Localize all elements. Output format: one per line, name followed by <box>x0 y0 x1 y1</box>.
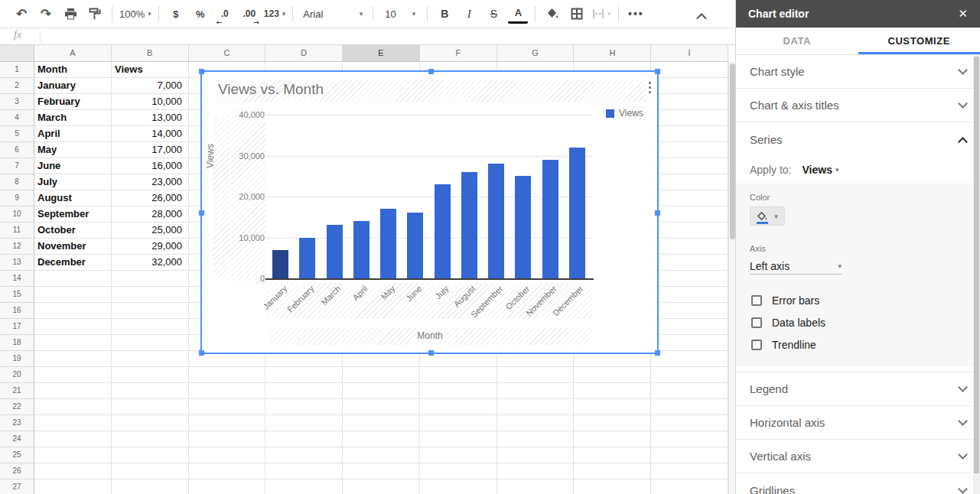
checkbox-trendline[interactable]: Trendline <box>750 339 966 351</box>
cell-B7[interactable]: 16,000 <box>111 158 185 174</box>
series-color-button[interactable]: ▾ <box>750 206 785 226</box>
selection-handle[interactable] <box>428 69 434 74</box>
selection-handle[interactable] <box>655 69 660 74</box>
scrollbar-thumb[interactable] <box>730 63 735 239</box>
increase-decimal-button[interactable]: .00→ <box>239 4 259 24</box>
number-format-button[interactable]: 123 ▾ <box>264 4 286 24</box>
selection-handle[interactable] <box>655 350 660 356</box>
row-header-16[interactable]: 16 <box>0 303 34 319</box>
cell-A3[interactable]: February <box>34 94 111 110</box>
checkbox-data-labels[interactable]: Data labels <box>750 317 966 329</box>
row-header-8[interactable]: 8 <box>0 174 34 190</box>
select-all-corner[interactable] <box>0 45 34 62</box>
row-header-7[interactable]: 7 <box>0 158 34 174</box>
row-header-15[interactable]: 15 <box>0 287 34 303</box>
row-header-23[interactable]: 23 <box>0 415 34 431</box>
cell-A10[interactable]: September <box>34 206 111 223</box>
section-chart-axis-titles[interactable]: Chart & axis titles <box>736 89 980 122</box>
chart-options-menu-icon[interactable] <box>644 77 655 97</box>
cell-B3[interactable]: 10,000 <box>111 94 185 110</box>
cell-B13[interactable]: 32,000 <box>111 255 185 271</box>
bar-June[interactable] <box>407 213 423 278</box>
cell-B10[interactable]: 28,000 <box>111 206 185 223</box>
row-header-26[interactable]: 26 <box>0 463 34 479</box>
selection-handle[interactable] <box>199 69 204 74</box>
cell-A12[interactable]: November <box>34 239 111 255</box>
embedded-chart[interactable]: Views vs. Month Views Views Month 010,00… <box>200 70 659 354</box>
cell-A1[interactable]: Month <box>34 62 111 78</box>
bar-November[interactable] <box>542 160 558 278</box>
cell-A4[interactable]: March <box>34 110 111 126</box>
column-header-F[interactable]: F <box>420 45 497 62</box>
merge-cells-icon[interactable]: ▾ <box>591 4 611 24</box>
section-vertical-axis[interactable]: Vertical axis <box>736 440 980 473</box>
borders-icon[interactable] <box>567 4 587 24</box>
row-header-27[interactable]: 27 <box>0 479 34 494</box>
checkbox-icon[interactable] <box>751 340 762 350</box>
row-header-4[interactable]: 4 <box>0 110 34 126</box>
row-header-25[interactable]: 25 <box>0 447 34 463</box>
cell-B2[interactable]: 7,000 <box>111 78 185 94</box>
decrease-decimal-button[interactable]: .0← <box>215 4 235 24</box>
section-horizontal-axis[interactable]: Horizontal axis <box>736 406 980 440</box>
bar-January[interactable] <box>272 250 288 278</box>
cell-A2[interactable]: January <box>34 78 111 94</box>
chart-legend[interactable]: Views <box>603 106 646 120</box>
column-header-C[interactable]: C <box>189 45 266 62</box>
row-header-6[interactable]: 6 <box>0 142 34 158</box>
row-header-5[interactable]: 5 <box>0 126 34 142</box>
section-chart-style[interactable]: Chart style <box>736 55 980 89</box>
section-legend[interactable]: Legend <box>736 372 980 406</box>
strikethrough-button[interactable]: S <box>483 4 503 24</box>
selection-handle[interactable] <box>655 210 660 216</box>
bar-May[interactable] <box>380 209 396 278</box>
selection-handle[interactable] <box>428 350 434 356</box>
tab-customize[interactable]: CUSTOMIZE <box>858 28 980 54</box>
row-header-13[interactable]: 13 <box>0 255 34 271</box>
formula-bar[interactable]: fx <box>0 28 735 45</box>
cell-B6[interactable]: 17,000 <box>111 142 185 158</box>
column-header-I[interactable]: I <box>651 45 728 62</box>
cell-A5[interactable]: April <box>34 126 111 142</box>
paint-format-icon[interactable] <box>85 4 105 24</box>
sheet-vertical-scrollbar[interactable] <box>728 62 735 494</box>
cell-A11[interactable]: October <box>34 223 111 239</box>
bold-button[interactable]: B <box>435 4 454 24</box>
tab-data[interactable]: DATA <box>736 28 858 54</box>
italic-button[interactable]: I <box>459 4 479 24</box>
cell-A8[interactable]: July <box>34 174 111 190</box>
close-icon[interactable]: ✕ <box>958 7 968 21</box>
column-header-B[interactable]: B <box>112 45 189 62</box>
row-header-12[interactable]: 12 <box>0 239 34 255</box>
row-header-19[interactable]: 19 <box>0 351 34 367</box>
row-header-21[interactable]: 21 <box>0 383 34 399</box>
column-header-H[interactable]: H <box>574 45 651 62</box>
font-select[interactable]: Arial ▾ <box>300 4 366 24</box>
bar-April[interactable] <box>353 221 370 278</box>
row-header-18[interactable]: 18 <box>0 335 34 351</box>
cell-B8[interactable]: 23,000 <box>111 174 185 190</box>
selection-handle[interactable] <box>199 350 204 356</box>
row-header-20[interactable]: 20 <box>0 367 34 383</box>
apply-to-select[interactable]: Views <box>802 164 832 176</box>
bar-February[interactable] <box>299 238 315 279</box>
format-currency-button[interactable]: $ <box>166 4 186 24</box>
redo-icon[interactable]: ↷ <box>36 4 56 24</box>
row-header-22[interactable]: 22 <box>0 399 34 415</box>
cell-B9[interactable]: 26,000 <box>111 190 185 206</box>
text-color-button[interactable]: A <box>508 4 528 24</box>
cell-B5[interactable]: 14,000 <box>111 126 185 142</box>
bar-March[interactable] <box>327 225 343 278</box>
row-header-17[interactable]: 17 <box>0 319 34 335</box>
row-header-11[interactable]: 11 <box>0 223 34 239</box>
format-percent-button[interactable]: % <box>190 4 210 24</box>
column-header-A[interactable]: A <box>34 45 112 62</box>
column-header-G[interactable]: G <box>497 45 575 62</box>
selection-handle[interactable] <box>199 210 204 216</box>
font-size-select[interactable]: 10 ▾ <box>380 4 420 24</box>
row-header-2[interactable]: 2 <box>0 78 34 94</box>
axis-select[interactable]: Left axis ▾ <box>750 258 842 275</box>
bar-August[interactable] <box>461 172 477 278</box>
panel-scrollbar[interactable] <box>973 55 980 494</box>
column-header-D[interactable]: D <box>265 45 343 62</box>
